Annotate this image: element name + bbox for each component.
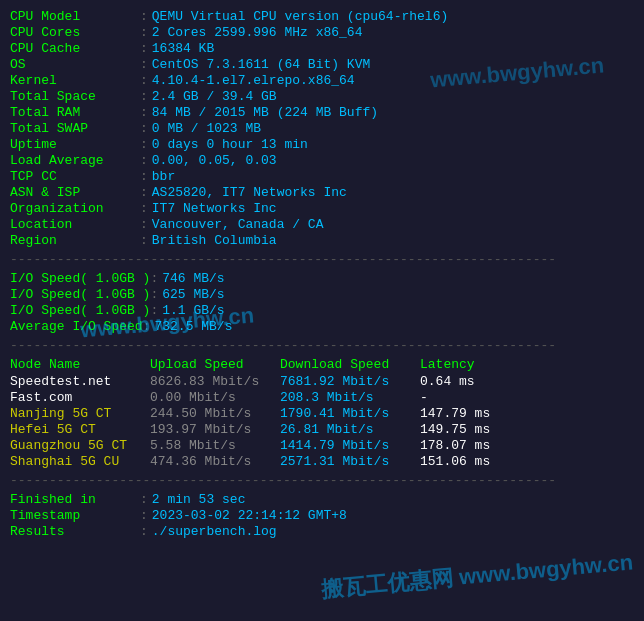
cell-upload: 193.97 Mbit/s bbox=[150, 422, 280, 437]
io-section: I/O Speed( 1.0GB ) : 746 MB/s I/O Speed(… bbox=[10, 271, 634, 334]
os-label: OS bbox=[10, 57, 140, 72]
load-average-value: 0.00, 0.05, 0.03 bbox=[152, 153, 277, 168]
cell-node: Speedtest.net bbox=[10, 374, 150, 389]
cpu-cores-label: CPU Cores bbox=[10, 25, 140, 40]
asn-row: ASN & ISP : AS25820, IT7 Networks Inc bbox=[10, 185, 634, 200]
tcp-cc-label: TCP CC bbox=[10, 169, 140, 184]
cell-upload: 474.36 Mbit/s bbox=[150, 454, 280, 469]
cell-download: 7681.92 Mbit/s bbox=[280, 374, 420, 389]
cpu-cores-value: 2 Cores 2599.996 MHz x86_64 bbox=[152, 25, 363, 40]
cpu-model-value: QEMU Virtual CPU version (cpu64-rhel6) bbox=[152, 9, 448, 24]
cell-node: Guangzhou 5G CT bbox=[10, 438, 150, 453]
io2-label: I/O Speed( 1.0GB ) bbox=[10, 287, 150, 302]
os-row: OS : CentOS 7.3.1611 (64 Bit) KVM bbox=[10, 57, 634, 72]
asn-value: AS25820, IT7 Networks Inc bbox=[152, 185, 347, 200]
th-upload: Upload Speed bbox=[150, 357, 280, 372]
th-download: Download Speed bbox=[280, 357, 420, 372]
cell-download: 26.81 Mbit/s bbox=[280, 422, 420, 437]
uptime-row: Uptime : 0 days 0 hour 13 min bbox=[10, 137, 634, 152]
finished-row: Finished in : 2 min 53 sec bbox=[10, 492, 634, 507]
io2-row: I/O Speed( 1.0GB ) : 625 MB/s bbox=[10, 287, 634, 302]
region-value: British Columbia bbox=[152, 233, 277, 248]
region-label: Region bbox=[10, 233, 140, 248]
cell-latency: 178.07 ms bbox=[420, 438, 490, 453]
io3-label: I/O Speed( 1.0GB ) bbox=[10, 303, 150, 318]
org-row: Organization : IT7 Networks Inc bbox=[10, 201, 634, 216]
table-header-row: Node Name Upload Speed Download Speed La… bbox=[10, 357, 634, 372]
table-row: Nanjing 5G CT 244.50 Mbit/s 1790.41 Mbit… bbox=[10, 406, 634, 421]
results-value: ./superbench.log bbox=[152, 524, 277, 539]
avg-io-row: Average I/O Speed : 732.5 MB/s bbox=[10, 319, 634, 334]
total-swap-value: 0 MB / 1023 MB bbox=[152, 121, 261, 136]
tcp-cc-row: TCP CC : bbr bbox=[10, 169, 634, 184]
location-row: Location : Vancouver, Canada / CA bbox=[10, 217, 634, 232]
avg-io-label: Average I/O Speed bbox=[10, 319, 143, 334]
table-row: Fast.com 0.00 Mbit/s 208.3 Mbit/s - bbox=[10, 390, 634, 405]
org-label: Organization bbox=[10, 201, 140, 216]
speed-table-section: Node Name Upload Speed Download Speed La… bbox=[10, 357, 634, 469]
cell-node: Nanjing 5G CT bbox=[10, 406, 150, 421]
cell-download: 208.3 Mbit/s bbox=[280, 390, 420, 405]
cell-upload: 0.00 Mbit/s bbox=[150, 390, 280, 405]
load-average-row: Load Average : 0.00, 0.05, 0.03 bbox=[10, 153, 634, 168]
th-latency: Latency bbox=[420, 357, 475, 372]
cell-download: 1790.41 Mbit/s bbox=[280, 406, 420, 421]
io2-value: 625 MB/s bbox=[162, 287, 224, 302]
io3-value: 1.1 GB/s bbox=[162, 303, 224, 318]
io1-label: I/O Speed( 1.0GB ) bbox=[10, 271, 150, 286]
cpu-model-row: CPU Model : QEMU Virtual CPU version (cp… bbox=[10, 9, 634, 24]
uptime-value: 0 days 0 hour 13 min bbox=[152, 137, 308, 152]
location-value: Vancouver, Canada / CA bbox=[152, 217, 324, 232]
divider-3: ----------------------------------------… bbox=[10, 473, 634, 488]
total-swap-label: Total SWAP bbox=[10, 121, 140, 136]
system-info-section: CPU Model : QEMU Virtual CPU version (cp… bbox=[10, 9, 634, 248]
cell-latency: 151.06 ms bbox=[420, 454, 490, 469]
results-row: Results : ./superbench.log bbox=[10, 524, 634, 539]
load-average-label: Load Average bbox=[10, 153, 140, 168]
cpu-model-label: CPU Model bbox=[10, 9, 140, 24]
org-value: IT7 Networks Inc bbox=[152, 201, 277, 216]
divider-2: ----------------------------------------… bbox=[10, 338, 634, 353]
cpu-cores-row: CPU Cores : 2 Cores 2599.996 MHz x86_64 bbox=[10, 25, 634, 40]
total-ram-value: 84 MB / 2015 MB (224 MB Buff) bbox=[152, 105, 378, 120]
total-ram-row: Total RAM : 84 MB / 2015 MB (224 MB Buff… bbox=[10, 105, 634, 120]
cell-upload: 244.50 Mbit/s bbox=[150, 406, 280, 421]
cell-latency: 147.79 ms bbox=[420, 406, 490, 421]
kernel-label: Kernel bbox=[10, 73, 140, 88]
cell-latency: 149.75 ms bbox=[420, 422, 490, 437]
finished-label: Finished in bbox=[10, 492, 140, 507]
asn-label: ASN & ISP bbox=[10, 185, 140, 200]
cpu-cache-row: CPU Cache : 16384 KB bbox=[10, 41, 634, 56]
table-row: Shanghai 5G CU 474.36 Mbit/s 2571.31 Mbi… bbox=[10, 454, 634, 469]
kernel-row: Kernel : 4.10.4-1.el7.elrepo.x86_64 bbox=[10, 73, 634, 88]
total-swap-row: Total SWAP : 0 MB / 1023 MB bbox=[10, 121, 634, 136]
cpu-cache-value: 16384 KB bbox=[152, 41, 214, 56]
speed-table-body: Speedtest.net 8626.83 Mbit/s 7681.92 Mbi… bbox=[10, 374, 634, 469]
table-row: Speedtest.net 8626.83 Mbit/s 7681.92 Mbi… bbox=[10, 374, 634, 389]
timestamp-label: Timestamp bbox=[10, 508, 140, 523]
results-label: Results bbox=[10, 524, 140, 539]
watermark-2: 搬瓦工优惠网 www.bwgyhw.cn bbox=[321, 547, 635, 604]
cell-latency: - bbox=[420, 390, 428, 405]
timestamp-row: Timestamp : 2023-03-02 22:14:12 GMT+8 bbox=[10, 508, 634, 523]
cell-download: 1414.79 Mbit/s bbox=[280, 438, 420, 453]
avg-io-value: 732.5 MB/s bbox=[154, 319, 232, 334]
cell-upload: 5.58 Mbit/s bbox=[150, 438, 280, 453]
total-space-value: 2.4 GB / 39.4 GB bbox=[152, 89, 277, 104]
total-space-label: Total Space bbox=[10, 89, 140, 104]
footer-section: Finished in : 2 min 53 sec Timestamp : 2… bbox=[10, 492, 634, 539]
uptime-label: Uptime bbox=[10, 137, 140, 152]
io3-row: I/O Speed( 1.0GB ) : 1.1 GB/s bbox=[10, 303, 634, 318]
cell-upload: 8626.83 Mbit/s bbox=[150, 374, 280, 389]
os-value: CentOS 7.3.1611 (64 Bit) KVM bbox=[152, 57, 370, 72]
io1-row: I/O Speed( 1.0GB ) : 746 MB/s bbox=[10, 271, 634, 286]
cell-node: Shanghai 5G CU bbox=[10, 454, 150, 469]
timestamp-value: 2023-03-02 22:14:12 GMT+8 bbox=[152, 508, 347, 523]
cell-latency: 0.64 ms bbox=[420, 374, 475, 389]
location-label: Location bbox=[10, 217, 140, 232]
cell-download: 2571.31 Mbit/s bbox=[280, 454, 420, 469]
divider-1: ----------------------------------------… bbox=[10, 252, 634, 267]
kernel-value: 4.10.4-1.el7.elrepo.x86_64 bbox=[152, 73, 355, 88]
finished-value: 2 min 53 sec bbox=[152, 492, 246, 507]
total-space-row: Total Space : 2.4 GB / 39.4 GB bbox=[10, 89, 634, 104]
